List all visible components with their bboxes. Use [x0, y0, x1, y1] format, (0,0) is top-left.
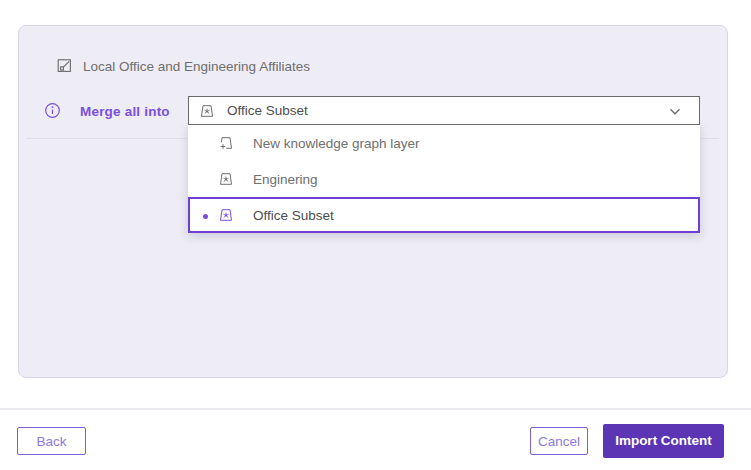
select-value: Office Subset [227, 103, 308, 118]
dropdown-option-label: Office Subset [253, 208, 334, 223]
layer-edit-icon [56, 57, 73, 74]
layer-title: Local Office and Engineering Affiliates [83, 59, 310, 74]
new-knowledge-graph-layer-icon [218, 135, 234, 151]
knowledge-graph-layer-icon [218, 207, 234, 223]
dropdown-option-office-subset[interactable]: Office Subset [188, 197, 700, 233]
selected-option-dot [203, 214, 208, 219]
knowledge-graph-layer-icon [218, 171, 234, 187]
back-button[interactable]: Back [17, 427, 86, 455]
import-content-button[interactable]: Import Content [603, 424, 724, 458]
dropdown-option-new-knowledge-graph-layer[interactable]: New knowledge graph layer [188, 125, 700, 161]
chevron-down-icon[interactable] [669, 108, 681, 116]
dropdown-option-label: Enginering [253, 172, 318, 187]
footer-divider [0, 408, 751, 410]
merge-all-into-label: Merge all into [80, 104, 170, 119]
info-icon[interactable] [44, 102, 61, 119]
knowledge-graph-layer-icon [199, 103, 215, 119]
dropdown-option-enginering[interactable]: Enginering [188, 161, 700, 197]
dropdown-option-label: New knowledge graph layer [253, 136, 420, 151]
merge-target-dropdown: New knowledge graph layer Enginering [188, 125, 700, 233]
cancel-button[interactable]: Cancel [530, 427, 588, 455]
merge-target-select[interactable]: Office Subset [188, 96, 700, 125]
